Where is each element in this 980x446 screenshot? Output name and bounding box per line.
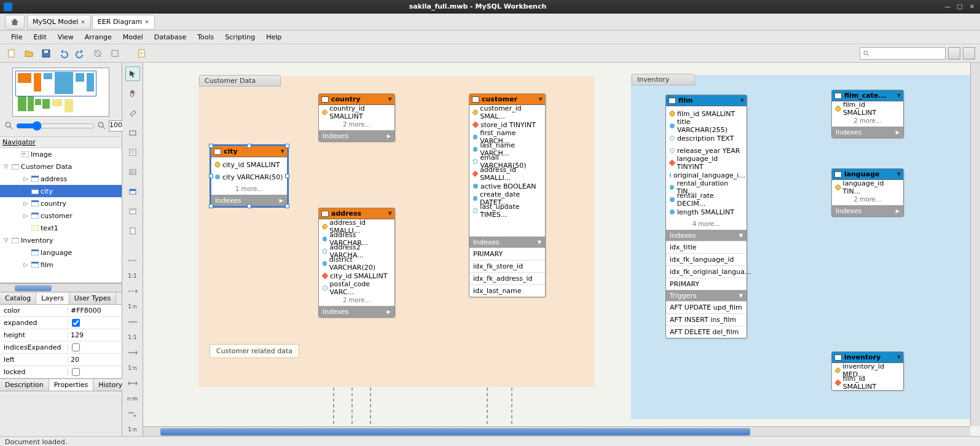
open-file-button[interactable] [22,47,36,60]
property-value[interactable] [68,343,122,351]
table-country[interactable]: country▼ country_id SMALLINT 2 more... I… [318,93,395,142]
property-checkbox[interactable] [72,343,80,351]
grid-toggle-button[interactable] [91,47,104,60]
tree-row[interactable]: ▽Customer Data [0,160,122,173]
property-value[interactable] [68,368,122,376]
menu-file[interactable]: File [6,31,27,43]
hand-tool[interactable] [125,86,140,101]
more-columns[interactable]: 2 more... [832,195,903,205]
chevron-down-icon[interactable]: ▼ [739,293,743,299]
menu-help[interactable]: Help [261,31,286,43]
chevron-down-icon[interactable]: ▼ [897,171,901,177]
tree-row[interactable]: ▷address [0,173,122,185]
table-inventory[interactable]: inventory▼ inventory_id MED... film_id S… [831,351,904,391]
tab-description[interactable]: Description [0,379,49,391]
chevron-down-icon[interactable]: ▼ [740,98,744,103]
tree-row[interactable]: ▽Inventory [0,234,122,246]
chevron-down-icon[interactable]: ▼ [538,240,541,245]
chevron-right-icon[interactable]: ▶ [387,309,391,315]
table-language[interactable]: language▼ language_id TIN... 2 more... I… [831,168,904,217]
expand-toggle[interactable]: ▷ [22,176,29,182]
more-columns[interactable]: 2 more... [319,295,394,306]
menu-database[interactable]: Database [149,31,192,43]
minimize-button[interactable]: — [943,2,952,11]
chevron-down-icon[interactable]: ▼ [281,149,284,154]
rel-existing-tool[interactable] [125,407,140,421]
more-columns[interactable]: 2 more... [832,116,903,127]
close-icon[interactable]: ✕ [144,19,149,25]
tab-layers[interactable]: Layers [36,292,69,304]
tree-scrollbar-h[interactable] [0,283,122,292]
view-tool[interactable] [125,204,140,219]
layer-tool[interactable] [125,125,140,140]
more-columns[interactable]: 1 more... [211,184,287,195]
property-value[interactable]: 20 [68,356,122,364]
tab-mysql-model[interactable]: MySQL Model ✕ [27,15,91,29]
tree-row[interactable]: ▷customer [0,209,122,222]
table-film-category[interactable]: film_cate...▼ film_id SMALLINT 2 more...… [831,90,904,138]
menu-arrange[interactable]: Arrange [80,31,117,43]
chevron-right-icon[interactable]: ▶ [896,130,900,135]
tab-eer-diagram[interactable]: EER Diagram ✕ [92,15,155,29]
expand-toggle[interactable]: ▷ [22,200,29,206]
home-button[interactable] [5,15,25,29]
expand-toggle[interactable]: ▷ [22,213,29,219]
property-value[interactable]: #FF8000 [68,307,122,315]
tab-properties[interactable]: Properties [49,379,94,391]
toggle-side-panel-2-button[interactable] [963,47,975,60]
more-columns[interactable]: 4 more... [666,219,747,230]
expand-toggle[interactable]: ▽ [2,237,10,243]
align-toggle-button[interactable] [108,47,122,60]
redo-button[interactable] [74,47,87,60]
canvas-scrollbar-h[interactable] [143,426,970,436]
chevron-down-icon[interactable]: ▼ [388,96,392,102]
object-tree[interactable]: Image▽Customer Data▷address▷city▷country… [0,148,122,283]
tree-row[interactable]: language [0,246,122,259]
image-tool[interactable] [125,165,140,179]
table-address[interactable]: address▼ address_id SMALLI... address VA… [318,208,395,318]
tree-row[interactable]: ▷country [0,197,122,209]
tree-row[interactable]: ▷film [0,259,122,271]
chevron-down-icon[interactable]: ▼ [897,93,901,98]
save-button[interactable] [39,47,53,60]
canvas-scrollbar-v[interactable] [970,63,980,426]
rel-1-n-nonid-tool[interactable] [125,284,140,299]
rel-n-m-tool[interactable] [125,376,140,391]
tree-row[interactable]: text1 [0,222,122,234]
rel-1-n-id-tool[interactable] [125,345,140,360]
eraser-tool[interactable] [125,106,140,120]
canvas-note[interactable]: Customer related data [210,344,299,358]
zoom-out-button[interactable] [5,121,14,131]
expand-toggle[interactable]: ▽ [2,163,10,170]
property-checkbox[interactable] [72,368,80,376]
eer-canvas[interactable]: Customer Data Inventory city▼ city_id SM… [143,63,979,431]
chevron-down-icon[interactable]: ▼ [897,354,901,360]
tab-user-types[interactable]: User Types [69,292,117,304]
menu-model[interactable]: Model [118,31,148,43]
menu-view[interactable]: View [53,31,79,43]
tree-row[interactable]: ▷city [0,185,122,197]
menu-tools[interactable]: Tools [192,31,219,43]
close-icon[interactable]: ✕ [80,19,85,25]
select-tool[interactable] [125,66,140,81]
chevron-right-icon[interactable]: ▶ [896,208,900,214]
routine-tool[interactable] [125,224,140,238]
model-overview[interactable] [12,68,109,117]
more-columns[interactable]: 2 more... [319,120,394,130]
table-tool[interactable] [125,184,140,199]
undo-button[interactable] [57,47,70,60]
zoom-slider[interactable] [16,122,95,130]
text-tool[interactable] [125,145,140,160]
menu-edit[interactable]: Edit [28,31,51,43]
tree-row[interactable]: Image [0,148,122,160]
table-customer[interactable]: customer▼ customer_id SMAL... store_id T… [469,93,546,297]
new-file-button[interactable] [5,47,18,60]
expand-toggle[interactable]: ▷ [22,262,29,268]
chevron-down-icon[interactable]: ▼ [739,233,743,238]
toggle-side-panel-button[interactable] [948,47,960,60]
zoom-in-button[interactable] [98,121,106,131]
table-city[interactable]: city▼ city_id SMALLINT city VARCHAR(50) … [211,146,288,206]
chevron-down-icon[interactable]: ▼ [388,211,392,216]
tab-catalog[interactable]: Catalog [0,292,36,304]
property-checkbox[interactable] [72,319,80,327]
